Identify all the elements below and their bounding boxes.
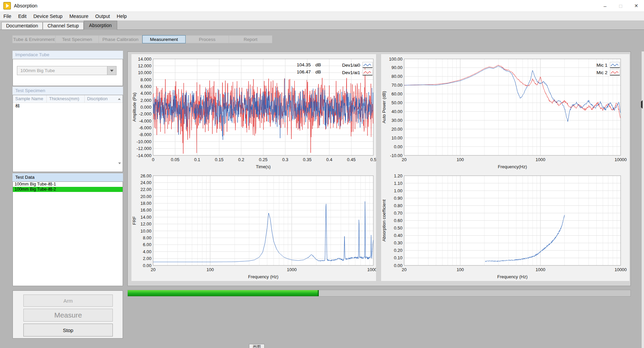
measure-button[interactable]: Measure [23,309,113,322]
svg-text:0.45: 0.45 [347,157,355,162]
play-icon [6,4,9,8]
level-unit-2: dB [315,69,321,74]
legend-item-mic1[interactable]: Mic 1 [597,62,620,68]
svg-text:20: 20 [402,267,407,272]
scroll-up-button[interactable] [116,95,123,103]
svg-text:20.00: 20.00 [140,194,151,199]
svg-text:100: 100 [206,267,214,272]
menu-item-help[interactable]: Help [113,14,130,19]
level-annotation-1: 104.35 dB [297,62,321,67]
app-icon [3,2,11,9]
minimize-button[interactable]: – [597,0,613,12]
arrow-left-icon [641,100,643,109]
plot-style-icon [610,62,620,68]
svg-text:0.60: 0.60 [394,218,402,223]
svg-text:18.00: 18.00 [140,201,151,206]
close-button[interactable]: ✕ [628,0,644,12]
window-title: Absorption [14,3,37,8]
legend-item-mic2[interactable]: Mic 2 [597,69,620,75]
subtab-phase-calibration[interactable]: Phase Calibration [99,35,142,43]
svg-text:0.2: 0.2 [238,157,244,162]
menu-item-device-setup[interactable]: Device Setup [30,14,66,19]
svg-text:90.00: 90.00 [391,65,402,70]
subtab-test-specimen[interactable]: Test Specimen [56,35,99,43]
svg-text:4.000: 4.000 [140,91,151,96]
subtab-report[interactable]: Report [229,35,272,43]
svg-text:-8.000: -8.000 [139,132,151,137]
level-value-2: 106.47 [297,69,315,74]
scroll-down-button[interactable] [118,164,121,170]
measurement-controls-panel: Arm Measure Stop [13,290,123,339]
svg-text:12.00: 12.00 [140,221,151,226]
svg-text:22.00: 22.00 [140,187,151,192]
progress-fill [128,290,319,296]
svg-text:-6.000: -6.000 [139,125,151,130]
svg-text:-14.000: -14.000 [137,153,151,158]
svg-text:8.00: 8.00 [143,235,151,240]
svg-text:2.00: 2.00 [143,256,151,261]
svg-text:0.1: 0.1 [194,157,200,162]
svg-text:0.3: 0.3 [282,157,288,162]
tab-absorption[interactable]: Absorption [84,21,117,30]
svg-text:20.00: 20.00 [391,127,402,132]
svg-text:0.05: 0.05 [171,157,179,162]
tab-documentation[interactable]: Documentation [1,22,43,29]
test-specimen-group-header: Test Specimen [13,87,123,95]
svg-text:10000: 10000 [367,267,376,272]
svg-text:0.50: 0.50 [394,225,402,231]
svg-text:1000: 1000 [536,157,545,162]
menu-item-edit[interactable]: Edit [15,14,30,19]
svg-text:10.00: 10.00 [391,135,402,140]
svg-text:6.00: 6.00 [143,242,151,247]
svg-text:70.00: 70.00 [391,83,402,88]
stop-button[interactable]: Stop [23,324,113,336]
svg-text:40.00: 40.00 [391,109,402,114]
svg-text:1000: 1000 [287,267,297,272]
legend-label: Dev1/ai0 [342,63,360,68]
svg-text:0.00: 0.00 [394,263,402,268]
titlebar: Absorption – □ ✕ [0,0,644,12]
menu-item-measure[interactable]: Measure [66,14,92,19]
svg-text:-2.000: -2.000 [139,111,151,116]
svg-text:10.00: 10.00 [140,229,151,234]
menu-item-output[interactable]: Output [92,14,113,19]
dropdown-arrow-button[interactable] [107,66,116,75]
legend-item-dev1-ai1[interactable]: Dev1/ai1 [342,69,373,75]
impedance-tube-dropdown[interactable]: 100mm Big Tube [17,66,117,75]
cell-sample-name: 棉 [13,103,47,109]
svg-text:30.00: 30.00 [391,118,402,123]
svg-text:Frequency(Hz): Frequency(Hz) [498,164,527,169]
column-header-sample-name: Sample Name [13,95,47,103]
right-scroll-strip[interactable] [642,51,644,348]
menu-item-file[interactable]: File [0,14,15,19]
maximize-button[interactable]: □ [613,0,628,12]
svg-text:100.00: 100.00 [389,57,402,62]
test-data-item-selected[interactable]: 100mm Big Tube-棉-2 [13,187,123,192]
svg-text:Time(s): Time(s) [256,164,271,169]
impedance-tube-group-header: Impendace Tube [13,51,123,59]
table-row[interactable]: 棉 [13,103,123,109]
svg-text:-10.00: -10.00 [390,153,402,158]
collapse-arrow-icon[interactable] [641,102,643,108]
legend-item-dev1-ai0[interactable]: Dev1/ai0 [342,62,373,68]
arm-button[interactable]: Arm [23,295,113,307]
time-domain-graph: 104.35 dB 106.47 dB Dev1/ai0 Dev1/ai1 -1… [131,54,376,171]
legend-label: Mic 1 [597,63,607,68]
svg-text:Absorption coefficient: Absorption coefficient [381,199,387,241]
svg-text:FRF: FRF [132,216,137,225]
svg-text:14.000: 14.000 [138,57,151,62]
svg-text:0.00: 0.00 [394,144,402,149]
window-controls: – □ ✕ [597,0,644,12]
frf-graph: 0.002.004.006.008.0010.0012.0014.0016.00… [131,171,376,281]
tab-channel-setup[interactable]: Channel Setup [43,22,84,29]
subtab-measurement[interactable]: Measurement [142,35,186,43]
svg-text:Frequency (Hz): Frequency (Hz) [248,274,278,279]
svg-text:0.70: 0.70 [394,211,402,216]
test-data-item[interactable]: 100mm Big Tube-棉-1 [13,182,123,187]
svg-text:0.25: 0.25 [259,157,267,162]
subtab-tube-environment[interactable]: Tube & Environment [12,35,56,43]
plot-style-icon [610,69,620,75]
scroll-down-icon [118,162,121,170]
subtab-process[interactable]: Process [186,35,229,43]
svg-text:0.40: 0.40 [394,233,402,238]
